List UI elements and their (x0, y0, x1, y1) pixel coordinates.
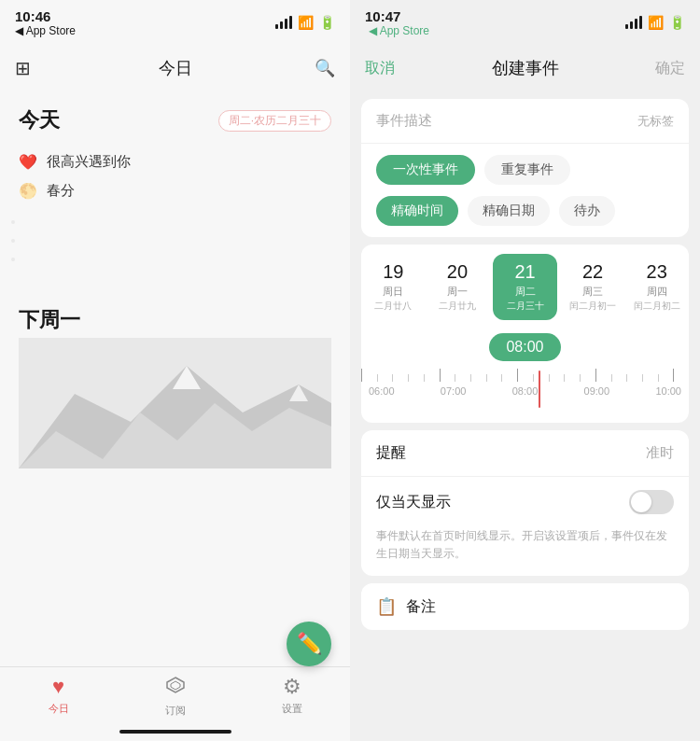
tab-bar-indicator (119, 730, 231, 734)
tick-5 (440, 369, 455, 382)
today-section: 今天 周二·农历二月三十 ❤️ 很高兴遇到你 🌕 春分 (0, 91, 350, 213)
tick-8 (486, 374, 502, 382)
tab-today-label: 今日 (49, 702, 69, 716)
today-label: 今天 (19, 106, 60, 134)
confirm-button[interactable]: 确定 (655, 59, 685, 78)
date-lunar-21: 二月三十 (507, 300, 544, 313)
hint-text: 事件默认在首页时间线显示。开启该设置项后，事件仅在发生日期当天显示。 (361, 527, 689, 576)
notes-icon: 📋 (376, 596, 397, 617)
timeline-area[interactable]: 06:00 07:00 08:00 09:00 10:00 (361, 367, 689, 423)
tick-0 (361, 369, 377, 382)
date-cell-22[interactable]: 22 周三 闰二月初一 (561, 254, 625, 320)
tick-12 (549, 374, 565, 382)
tab-today[interactable]: ♥ 今日 (0, 675, 117, 716)
tick-11 (533, 374, 549, 382)
date-picker-section: 19 周日 二月廿八 20 周一 二月廿九 21 周二 二月三十 (361, 245, 689, 423)
today-only-toggle[interactable] (629, 490, 674, 514)
reminder-section: 提醒 准时 仅当天显示 事件默认在首页时间线显示。开启该设置项后，事件仅在发生日… (361, 430, 689, 576)
left-back-store[interactable]: ◀ App Store (15, 24, 76, 37)
date-num-20: 20 (447, 261, 468, 283)
right-panel: 10:47 ◀ App Store 📶 🔋 取消 创建事件 确定 事件描述 (350, 0, 700, 741)
right-content: 事件描述 无标签 一次性事件 重复事件 精确时间 精确日期 待办 19 周日 (350, 91, 700, 741)
tick-4 (424, 374, 440, 382)
mountain-illustration (19, 338, 331, 468)
signal-icon (275, 16, 292, 29)
date-lunar-19: 二月廿八 (374, 300, 412, 313)
date-weekday-22: 周三 (582, 285, 603, 299)
right-time: 10:47 (365, 8, 429, 24)
cancel-button[interactable]: 取消 (365, 59, 395, 78)
date-cell-20[interactable]: 20 周一 二月廿九 (426, 254, 490, 320)
date-weekday-21: 周二 (515, 285, 536, 299)
reminder-value: 准时 (646, 444, 674, 462)
date-num-21: 21 (514, 261, 535, 283)
description-row[interactable]: 事件描述 无标签 (361, 99, 689, 144)
tab-subscribe[interactable]: 订阅 (117, 675, 233, 718)
notes-label: 备注 (406, 597, 436, 617)
tick-14 (580, 374, 595, 382)
todo-button[interactable]: 待办 (559, 196, 615, 226)
tick-13 (564, 374, 580, 382)
tick-10 (517, 369, 533, 382)
today-date-badge: 周二·农历二月三十 (218, 110, 331, 132)
left-title: 今日 (159, 57, 192, 79)
right-signal-icon (625, 16, 642, 29)
tick-15 (595, 369, 611, 382)
today-only-row: 仅当天显示 (361, 477, 689, 527)
left-content: 今天 周二·农历二月三十 ❤️ 很高兴遇到你 🌕 春分 下周一 (0, 91, 350, 666)
exact-date-button[interactable]: 精确日期 (468, 196, 550, 226)
repeat-event-button[interactable]: 重复事件 (484, 155, 570, 185)
date-num-19: 19 (383, 261, 403, 283)
date-cell-19[interactable]: 19 周日 二月廿八 (361, 254, 426, 320)
date-cell-21[interactable]: 21 周二 二月三十 (493, 254, 557, 320)
tick-1 (377, 374, 393, 382)
next-monday-label: 下周一 (19, 308, 80, 331)
widgets-icon[interactable]: ⊞ (15, 57, 31, 79)
fab-button[interactable]: ✏️ (287, 622, 331, 666)
event-text-1: 春分 (47, 182, 75, 200)
date-row: 19 周日 二月廿八 20 周一 二月廿九 21 周二 二月三十 (361, 245, 689, 329)
date-lunar-23: 闰二月初二 (634, 300, 680, 313)
svg-marker-5 (167, 678, 184, 692)
exact-time-button[interactable]: 精确时间 (376, 196, 458, 226)
date-weekday-20: 周一 (447, 285, 468, 299)
event-emoji-0: ❤️ (19, 153, 37, 171)
notes-row[interactable]: 📋 备注 (361, 583, 689, 630)
tab-settings-label: 设置 (282, 702, 302, 716)
event-item-1[interactable]: 🌕 春分 (19, 176, 331, 205)
date-weekday-23: 周四 (647, 285, 667, 299)
tick-18 (642, 374, 658, 382)
tick-16 (611, 374, 627, 382)
tab-settings[interactable]: ⚙ 设置 (233, 675, 350, 716)
left-status-bar: 10:46 ◀ App Store 📶 🔋 (0, 0, 350, 45)
left-time: 10:46 (15, 8, 76, 24)
right-wifi-icon: 📶 (648, 15, 664, 30)
timeline-label-3: 09:00 (584, 385, 610, 397)
event-item-0[interactable]: ❤️ 很高兴遇到你 (19, 147, 331, 176)
today-header: 今天 周二·农历二月三十 (19, 106, 331, 134)
tick-20 (673, 369, 689, 382)
next-monday-section: 下周一 (0, 287, 350, 468)
date-lunar-20: 二月廿九 (439, 300, 476, 313)
timeline-label-4: 10:00 (655, 385, 681, 397)
one-time-event-button[interactable]: 一次性事件 (376, 155, 475, 185)
description-section: 事件描述 无标签 一次性事件 重复事件 精确时间 精确日期 待办 (361, 99, 689, 237)
reminder-row[interactable]: 提醒 准时 (361, 430, 689, 477)
search-icon[interactable]: 🔍 (315, 58, 335, 78)
timeline-labels: 06:00 07:00 08:00 09:00 10:00 (361, 382, 689, 400)
timeline-label-1: 07:00 (441, 385, 467, 397)
time-mode-row: 精确时间 精确日期 待办 (361, 196, 689, 237)
timeline-ticks (361, 367, 689, 382)
right-back-store[interactable]: ◀ App Store (369, 24, 429, 37)
tick-3 (408, 374, 424, 382)
wifi-icon: 📶 (298, 15, 314, 30)
tab-settings-icon: ⚙ (283, 675, 301, 699)
tick-17 (626, 374, 642, 382)
timeline-label-2: 08:00 (512, 385, 539, 397)
tab-subscribe-icon (165, 675, 186, 701)
tick-6 (455, 374, 470, 382)
date-num-23: 23 (647, 261, 667, 283)
no-tag-label: 无标签 (637, 113, 674, 130)
notes-section: 📋 备注 (361, 583, 689, 630)
date-cell-23[interactable]: 23 周四 闰二月初二 (624, 254, 689, 320)
